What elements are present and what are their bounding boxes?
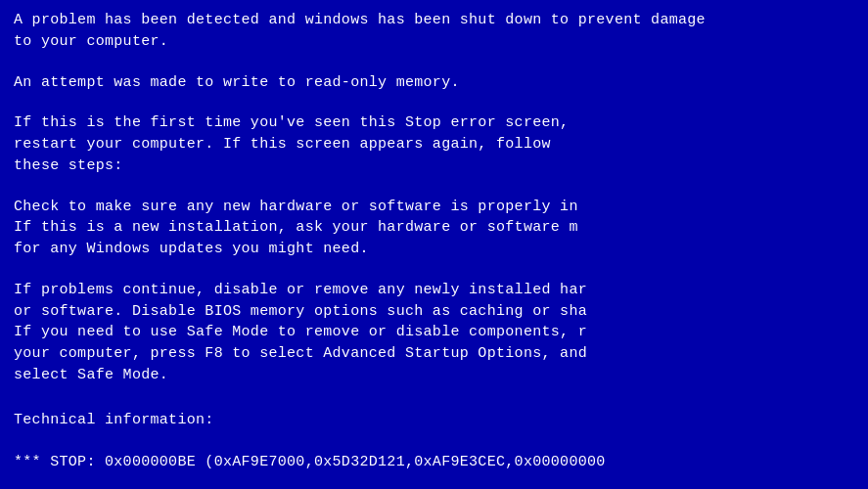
bsod-line-4: If this is the first time you've seen th… — [14, 112, 854, 134]
bsod-line-3: An attempt was made to write to read-onl… — [14, 72, 854, 94]
bsod-line-5: restart your computer. If this screen ap… — [14, 134, 854, 156]
bsod-line-14: select Safe Mode. — [14, 365, 854, 386]
bsod-blank-6 — [14, 430, 854, 450]
bsod-line-9: for any Windows updates you might need. — [14, 239, 854, 260]
bsod-blank-3 — [14, 177, 854, 197]
bsod-blank-1 — [14, 53, 854, 72]
bsod-line-13: your computer, press F8 to select Advanc… — [14, 343, 854, 365]
bsod-blank-2 — [14, 93, 854, 112]
bsod-line-2: to your computer. — [14, 31, 854, 53]
bsod-blank-4 — [14, 260, 854, 280]
bsod-line-7: Check to make sure any new hardware or s… — [14, 197, 854, 218]
bsod-screen: A problem has been detected and windows … — [0, 0, 868, 489]
bsod-technical-label: Technical information: — [14, 410, 854, 431]
bsod-stop-code: *** STOP: 0x000000BE (0xAF9E7000,0x5D32D… — [14, 452, 854, 473]
bsod-line-8: If this is a new installation, ask your … — [14, 217, 854, 239]
bsod-line-6: these steps: — [14, 156, 854, 177]
bsod-line-12: If you need to use Safe Mode to remove o… — [14, 322, 854, 343]
bsod-line-1: A problem has been detected and windows … — [14, 10, 854, 31]
bsod-line-10: If problems continue, disable or remove … — [14, 280, 854, 301]
bsod-blank-5 — [14, 386, 854, 406]
bsod-line-11: or software. Disable BIOS memory options… — [14, 301, 854, 323]
